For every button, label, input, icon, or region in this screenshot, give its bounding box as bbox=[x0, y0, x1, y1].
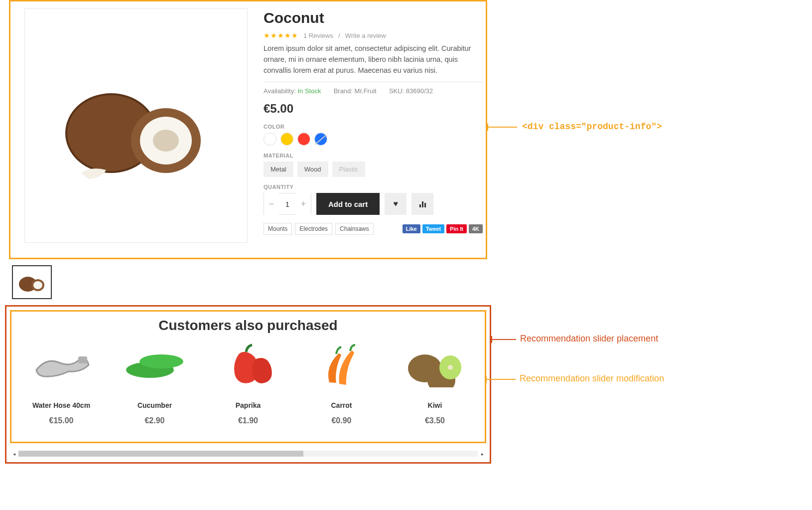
product-tag[interactable]: Electrodes bbox=[295, 223, 332, 235]
recommendation-list: Water Hose 40cm€15.00Cucumber€2.90Paprik… bbox=[16, 338, 480, 425]
svg-point-10 bbox=[139, 354, 183, 368]
color-swatch[interactable] bbox=[280, 133, 293, 146]
recommendation-price: €1.90 bbox=[203, 416, 293, 425]
recommendation-name: Carrot bbox=[297, 401, 387, 409]
quantity-label: QUANTITY bbox=[264, 184, 483, 190]
scroll-right-icon[interactable]: ▸ bbox=[479, 451, 486, 457]
recommendation-image bbox=[297, 338, 387, 392]
recommendation-title: Customers also purchased bbox=[16, 318, 480, 334]
write-review-link[interactable]: Write a review bbox=[345, 32, 386, 39]
product-tag[interactable]: Mounts bbox=[264, 223, 292, 235]
pinterest-pin-button[interactable]: Pin It bbox=[446, 224, 467, 233]
facebook-like-button[interactable]: Like bbox=[403, 224, 420, 233]
quantity-increase-button[interactable]: + bbox=[296, 193, 311, 215]
product-tag[interactable]: Chainsaws bbox=[335, 223, 374, 235]
recommendation-item[interactable]: Paprika€1.90 bbox=[203, 338, 293, 425]
wishlist-button[interactable] bbox=[385, 193, 406, 215]
compare-button[interactable] bbox=[411, 193, 433, 215]
recommendation-image bbox=[110, 338, 200, 392]
product-tags: MountsElectrodesChainsaws bbox=[264, 223, 374, 235]
recommendation-item[interactable]: Cucumber€2.90 bbox=[110, 338, 200, 425]
recommendation-scrollbar[interactable]: ◂ ▸ bbox=[10, 449, 486, 458]
twitter-tweet-button[interactable]: Tweet bbox=[422, 224, 444, 233]
recommendation-image bbox=[390, 338, 480, 392]
product-info-highlight: Coconut ★★★★★ 1 Reviews / Write a review… bbox=[9, 0, 487, 259]
material-label: MATERIAL bbox=[264, 153, 483, 159]
recommendation-item[interactable]: Water Hose 40cm€15.00 bbox=[16, 338, 106, 425]
recommendation-price: €3.50 bbox=[390, 416, 480, 425]
material-options: MetalWoodPlastic bbox=[264, 162, 483, 177]
recommendation-slider-modification-highlight: Customers also purchased Water Hose 40cm… bbox=[10, 310, 486, 443]
recommendation-name: Paprika bbox=[203, 401, 293, 409]
add-to-cart-button[interactable]: Add to cart bbox=[316, 193, 380, 215]
color-swatches bbox=[264, 133, 483, 146]
product-thumbnail[interactable] bbox=[12, 265, 52, 299]
material-option: Plastic bbox=[332, 162, 365, 177]
product-price: €5.00 bbox=[264, 102, 483, 116]
quantity-value: 1 bbox=[279, 200, 296, 208]
recommendation-slider-placement-highlight: Customers also purchased Water Hose 40cm… bbox=[5, 305, 491, 464]
bars-icon bbox=[419, 200, 426, 207]
recommendation-name: Cucumber bbox=[110, 401, 200, 409]
color-label: COLOR bbox=[264, 124, 483, 130]
recommendation-item[interactable]: Kiwi€3.50 bbox=[390, 338, 480, 425]
product-main-image[interactable] bbox=[24, 8, 248, 243]
coconut-icon bbox=[56, 68, 216, 183]
quantity-stepper: − 1 + bbox=[264, 193, 311, 215]
scroll-track[interactable] bbox=[18, 451, 478, 457]
product-title: Coconut bbox=[264, 9, 483, 26]
star-rating-icon: ★★★★★ bbox=[264, 31, 298, 39]
scroll-left-icon[interactable]: ◂ bbox=[10, 451, 17, 457]
color-swatch[interactable] bbox=[264, 133, 276, 146]
material-option[interactable]: Metal bbox=[264, 162, 293, 177]
quantity-decrease-button[interactable]: − bbox=[264, 193, 279, 215]
svg-rect-8 bbox=[78, 356, 87, 363]
material-option[interactable]: Wood bbox=[297, 162, 328, 177]
color-swatch[interactable] bbox=[297, 133, 310, 146]
recommendation-name: Kiwi bbox=[390, 401, 480, 409]
recommendation-price: €15.00 bbox=[16, 416, 106, 425]
recommendation-item[interactable]: Carrot€0.90 bbox=[297, 338, 387, 425]
product-meta: Availability: In Stock Brand: Mr.Fruit S… bbox=[264, 87, 483, 95]
recommendation-image bbox=[16, 338, 106, 392]
scroll-thumb[interactable] bbox=[18, 451, 303, 457]
reviews-count[interactable]: 1 Reviews bbox=[303, 32, 333, 39]
svg-point-13 bbox=[448, 365, 453, 370]
recommendation-price: €2.90 bbox=[110, 416, 200, 425]
heart-icon bbox=[393, 199, 398, 208]
recommendation-price: €0.90 bbox=[297, 416, 387, 425]
svg-point-4 bbox=[153, 130, 179, 152]
svg-point-7 bbox=[33, 281, 42, 289]
coconut-icon bbox=[17, 271, 47, 293]
recommendation-image bbox=[203, 338, 293, 392]
recommendation-name: Water Hose 40cm bbox=[16, 401, 106, 409]
product-description: Lorem ipsum dolor sit amet, consectetur … bbox=[264, 43, 483, 76]
color-swatch bbox=[314, 133, 327, 146]
share-count-badge: 4K bbox=[469, 224, 483, 233]
